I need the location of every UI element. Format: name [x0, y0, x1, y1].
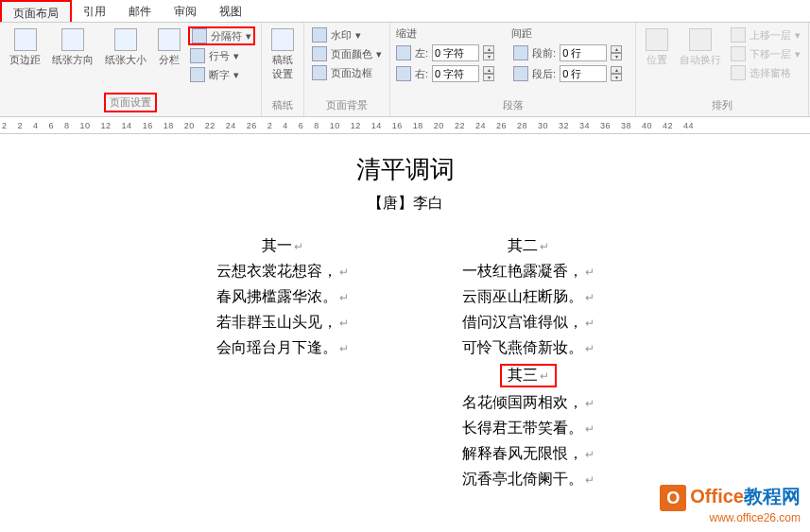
selection-pane-icon: [731, 65, 746, 80]
poem-line: 借问汉宫谁得似，↵: [462, 313, 595, 333]
poem-line: 长得君王带笑看。↵: [462, 419, 595, 438]
poem-heading-1: 其一↵: [216, 236, 349, 256]
hyphenation-icon: [190, 67, 205, 82]
spin-up[interactable]: ▴: [611, 66, 622, 74]
stationery-icon: [271, 28, 294, 51]
tab-page-layout[interactable]: 页面布局: [0, 0, 72, 22]
spin-down[interactable]: ▾: [483, 74, 494, 81]
columns-icon: [158, 28, 181, 51]
indent-right-row: 右: ▴▾: [396, 65, 494, 82]
document-page: 清平调词 【唐】李白 其一↵ 云想衣裳花想容，↵ 春风拂槛露华浓。↵ 若非群玉山…: [0, 134, 810, 489]
breaks-icon: [192, 28, 207, 43]
spacing-before-icon: [513, 45, 528, 60]
orientation-button[interactable]: 纸张方向: [48, 26, 97, 69]
spin-down[interactable]: ▾: [483, 53, 494, 60]
send-backward-button: 下移一层 ▾: [729, 45, 802, 62]
indent-left-input[interactable]: [432, 44, 479, 61]
columns-button[interactable]: 分栏: [154, 26, 184, 69]
group-page-setup: 页边距 纸张方向 纸张大小 分栏 分隔符 ▾ 行号 ▾ 断字 ▾ 页面设置: [0, 23, 262, 116]
tab-mail[interactable]: 邮件: [117, 0, 163, 22]
poem-line: 云雨巫山枉断肠。↵: [462, 287, 595, 307]
indent-heading: 缩进: [396, 26, 417, 41]
poem-heading-2: 其二↵: [462, 236, 595, 256]
position-button: 位置: [642, 26, 672, 69]
group-paragraph: 缩进 间距 左: ▴▾ 段前: ▴▾: [390, 23, 636, 116]
group-page-background: 水印 ▾ 页面颜色 ▾ 页面边框 页面背景: [304, 23, 390, 116]
spacing-before-input[interactable]: [560, 44, 607, 61]
spin-down[interactable]: ▾: [611, 53, 622, 60]
stationery-settings-button[interactable]: 稿纸 设置: [267, 26, 298, 83]
wrap-button: 自动换行: [676, 26, 725, 69]
poem-line: 春风拂槛露华浓。↵: [216, 287, 349, 307]
page-setup-label: 页面设置: [104, 93, 157, 112]
horizontal-ruler[interactable]: 2246810121416182022242624681012141618202…: [0, 117, 810, 134]
hyphenation-button[interactable]: 断字 ▾: [188, 66, 255, 83]
line-numbers-button[interactable]: 行号 ▾: [188, 47, 255, 64]
group-arrange: 位置 自动换行 上移一层 ▾ 下移一层 ▾ 选择窗格 排列: [636, 23, 809, 116]
document-title: 清平调词: [0, 153, 810, 186]
bring-forward-icon: [731, 27, 746, 43]
spin-up[interactable]: ▴: [483, 66, 494, 74]
tab-reference[interactable]: 引用: [72, 0, 117, 22]
poem-column-1: 其一↵ 云想衣裳花想容，↵ 春风拂槛露华浓。↵ 若非群玉山头见，↵ 会向瑶台月下…: [216, 236, 349, 489]
tab-view[interactable]: 视图: [208, 0, 253, 22]
size-button[interactable]: 纸张大小: [101, 26, 150, 69]
page-border-button[interactable]: 页面边框: [310, 64, 384, 81]
send-backward-icon: [731, 46, 746, 61]
indent-left-icon: [396, 45, 411, 60]
poem-line: 云想衣裳花想容，↵: [216, 262, 349, 282]
document-subtitle: 【唐】李白: [0, 194, 810, 214]
wrap-icon: [689, 28, 712, 51]
spin-down[interactable]: ▾: [611, 74, 622, 81]
line-numbers-icon: [190, 48, 205, 63]
tab-review[interactable]: 审阅: [163, 0, 208, 22]
site-watermark: OOffice教程网 www.office26.com: [660, 484, 801, 524]
orientation-icon: [61, 28, 84, 51]
page-border-icon: [312, 65, 327, 80]
watermark-icon: [312, 27, 327, 43]
poem-column-2: 其二↵ 一枝红艳露凝香，↵ 云雨巫山枉断肠。↵ 借问汉宫谁得似，↵ 可怜飞燕倚新…: [462, 236, 595, 489]
ribbon: 页边距 纸张方向 纸张大小 分栏 分隔符 ▾ 行号 ▾ 断字 ▾ 页面设置 稿纸…: [0, 23, 810, 117]
breaks-button[interactable]: 分隔符 ▾: [188, 26, 255, 45]
selection-pane-button[interactable]: 选择窗格: [729, 64, 802, 81]
poem-line: 解释春风无限恨，↵: [462, 444, 595, 464]
page-background-label: 页面背景: [310, 96, 384, 112]
office-logo-icon: O: [660, 485, 686, 511]
paragraph-label: 段落: [396, 96, 629, 112]
poem-line: 沉香亭北倚阑干。↵: [462, 470, 595, 489]
spin-up[interactable]: ▴: [483, 45, 494, 53]
arrange-label: 排列: [642, 96, 802, 112]
ribbon-tabs: 页面布局 引用 邮件 审阅 视图: [0, 0, 810, 23]
indent-right-input[interactable]: [432, 65, 479, 82]
indent-left-row: 左: ▴▾: [396, 44, 494, 61]
spacing-before-row: 段前: ▴▾: [513, 44, 622, 61]
poem-heading-3: 其三↵: [462, 364, 595, 387]
watermark-button[interactable]: 水印 ▾: [310, 26, 384, 43]
spacing-after-row: 段后: ▴▾: [513, 65, 622, 82]
page-color-button[interactable]: 页面颜色 ▾: [310, 45, 384, 62]
page-color-icon: [312, 46, 327, 61]
indent-right-icon: [396, 66, 411, 81]
spin-up[interactable]: ▴: [611, 45, 622, 53]
spacing-after-input[interactable]: [560, 65, 607, 82]
site-url: www.office26.com: [660, 511, 801, 524]
poem-line: 一枝红艳露凝香，↵: [462, 262, 595, 282]
stationery-label: 稿纸: [267, 96, 298, 112]
poem-line: 可怜飞燕倚新妆。↵: [462, 338, 595, 358]
poem-line: 名花倾国两相欢，↵: [462, 393, 595, 413]
spacing-heading: 间距: [511, 26, 532, 41]
bring-forward-button: 上移一层 ▾: [729, 26, 802, 43]
margins-button[interactable]: 页边距: [6, 26, 44, 69]
position-icon: [646, 28, 668, 51]
margins-icon: [14, 28, 37, 51]
spacing-after-icon: [513, 66, 528, 81]
group-stationery: 稿纸 设置 稿纸: [262, 23, 304, 116]
poem-line: 会向瑶台月下逢。↵: [216, 338, 349, 358]
poem-line: 若非群玉山头见，↵: [216, 313, 349, 333]
size-icon: [114, 28, 137, 51]
